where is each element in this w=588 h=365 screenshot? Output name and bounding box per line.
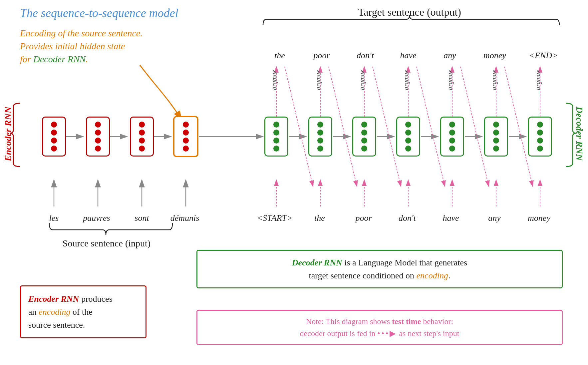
encoder-info-box: Encoder RNN produces an encoding of the … (20, 285, 147, 338)
note-box: Note: This diagram shows test time behav… (196, 310, 563, 345)
decoder-dot-6d (493, 146, 499, 152)
encoder-dot-1a (51, 122, 57, 128)
input-word-les: les (42, 213, 66, 223)
encoder-box-2 (86, 117, 110, 157)
encoder-box-3 (130, 117, 154, 157)
argmax-2: argmax (314, 70, 322, 90)
note-text4: as next step's input (399, 329, 459, 338)
input-word-demunis: démunis (166, 213, 203, 223)
source-sentence-label: Source sentence (input) (33, 238, 180, 249)
encoder-dot-1d (51, 146, 57, 152)
output-word-the: the (266, 51, 293, 61)
decoder-dot-6b (493, 130, 499, 136)
encoder-dot-4d (183, 146, 189, 152)
output-word-poor: poor (308, 51, 335, 61)
decoder-rnn-label: Decoder RNN (574, 107, 585, 161)
decoder-input-any: any (483, 213, 506, 223)
decoder-dot-3b (361, 130, 367, 136)
encoder-dot-2b (95, 130, 101, 136)
decoder-dot-1c (273, 138, 279, 144)
decoder-dot-1b (273, 130, 279, 136)
diagram-container: The sequence-to-sequence model Encoding … (0, 0, 588, 365)
decoder-info-green: Decoder RNN (292, 258, 342, 267)
note-text1: Note: This diagram shows (306, 317, 392, 326)
decoder-box-7 (528, 117, 552, 157)
decoder-dot-1d (273, 146, 279, 152)
decoder-dot-1a (273, 122, 279, 128)
decoder-box-1 (264, 117, 288, 157)
output-word-end: <END> (523, 51, 563, 61)
encoder-box-4-highlighted (173, 116, 198, 157)
argmax-1: argmax (270, 70, 278, 90)
encoder-dot-1b (51, 130, 57, 136)
note-text3: decoder output is fed in (300, 329, 378, 338)
encoder-dot-2d (95, 146, 101, 152)
encoder-dot-2a (95, 122, 101, 128)
annotation-end: . (86, 54, 88, 64)
decoder-dot-5c (449, 138, 455, 144)
encoder-info-produces: produces (81, 294, 113, 304)
output-word-dont: don't (350, 51, 380, 61)
decoder-dot-6a (493, 122, 499, 128)
target-sentence-label: Target sentence (output) (260, 6, 559, 18)
encoder-info-encoding: encoding (39, 307, 70, 317)
decoder-info-period: . (448, 271, 450, 280)
decoder-box-4 (396, 117, 420, 157)
decoder-info-encoding: encoding (417, 271, 448, 280)
decoder-dot-4a (405, 122, 411, 128)
decoder-dot-2c (317, 138, 323, 144)
decoder-dot-7c (537, 138, 543, 144)
note-bold: test time (392, 317, 421, 326)
decoder-dot-7a (537, 122, 543, 128)
encoder-dot-3d (139, 146, 145, 152)
decoder-dot-5d (449, 146, 455, 152)
encoder-dot-3b (139, 130, 145, 136)
encoder-dot-3c (139, 138, 145, 144)
argmax-7: argmax (534, 70, 542, 90)
output-word-money: money (478, 51, 511, 61)
encoder-dot-4c (183, 138, 189, 144)
encoder-dot-4a (183, 122, 189, 128)
decoder-input-have: have (438, 213, 464, 223)
decoder-input-start: <START> (256, 213, 293, 223)
decoder-dot-2d (317, 146, 323, 152)
decoder-dot-3a (361, 122, 367, 128)
annotation-line1: Encoding of the source sentence. (20, 28, 143, 38)
decoder-info-target: target sentence conditioned on (309, 271, 417, 280)
encoder-info-an: an (28, 307, 39, 317)
decoder-box-5 (440, 117, 464, 157)
decoder-input-poor: poor (350, 213, 377, 223)
decoder-box-3 (352, 117, 376, 157)
decoder-dot-5a (449, 122, 455, 128)
decoder-box-6 (484, 117, 508, 157)
annotation-line2: Provides initial hidden state (20, 41, 125, 51)
encoder-box-1 (42, 117, 66, 157)
decoder-input-dont: don't (392, 213, 422, 223)
decoder-dot-5b (449, 130, 455, 136)
decoder-dot-3c (361, 138, 367, 144)
decoder-dot-6c (493, 138, 499, 144)
decoder-dot-7d (537, 146, 543, 152)
decoder-box-2 (308, 117, 332, 157)
annotation-line3: for (20, 54, 33, 64)
encoder-info-of: of the (70, 307, 92, 317)
argmax-6: argmax (490, 70, 498, 90)
decoder-dot-4d (405, 146, 411, 152)
encoder-info-source: source sentence. (28, 320, 85, 330)
decoder-dot-4c (405, 138, 411, 144)
orange-annotation: Encoding of the source sentence. Provide… (20, 27, 143, 66)
annotation-decoder: Decoder RNN (33, 54, 86, 64)
note-dots: •••▶ (377, 329, 397, 338)
decoder-dot-3d (361, 146, 367, 152)
decoder-dot-2b (317, 130, 323, 136)
argmax-4: argmax (402, 70, 410, 90)
decoder-input-money: money (524, 213, 554, 223)
decoder-input-the: the (310, 213, 330, 223)
decoder-dot-7b (537, 130, 543, 136)
argmax-5: argmax (446, 70, 454, 90)
encoder-dot-3a (139, 122, 145, 128)
output-word-any: any (438, 51, 461, 61)
encoder-rnn-label: Encoder RNN (3, 107, 13, 161)
encoder-dot-2c (95, 138, 101, 144)
encoder-dot-1c (51, 138, 57, 144)
